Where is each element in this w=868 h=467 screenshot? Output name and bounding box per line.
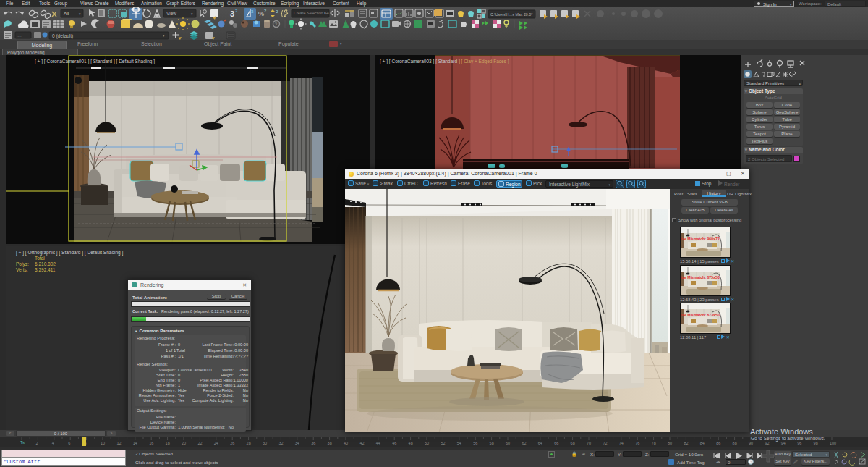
svg-text:24: 24 xyxy=(214,441,218,445)
svg-text:48: 48 xyxy=(409,441,413,445)
svg-text:2: 2 xyxy=(235,9,238,13)
svg-text:90: 90 xyxy=(749,441,753,445)
svg-text:56: 56 xyxy=(473,441,477,445)
svg-text:3: 3 xyxy=(230,9,234,18)
svg-text:C:\Users\H...s Max 20.0: C:\Users\H...s Max 20.0 xyxy=(490,12,531,17)
svg-text:86: 86 xyxy=(716,441,720,445)
svg-text:66: 66 xyxy=(554,441,558,445)
svg-text:ize Mismatch: 675x50: ize Mismatch: 675x50 xyxy=(681,275,720,279)
svg-text:68: 68 xyxy=(571,441,575,445)
svg-text:40: 40 xyxy=(344,441,348,445)
svg-text:44: 44 xyxy=(376,441,380,445)
svg-text:54: 54 xyxy=(457,441,461,445)
svg-text:84: 84 xyxy=(700,441,705,445)
svg-text:62: 62 xyxy=(522,441,526,445)
svg-text:96: 96 xyxy=(797,441,801,445)
svg-text:60: 60 xyxy=(506,441,510,445)
svg-text:10: 10 xyxy=(101,441,105,445)
svg-text:2: 2 xyxy=(276,9,278,14)
svg-text:3,292,411: 3,292,411 xyxy=(35,267,56,272)
svg-text:Ts: Ts xyxy=(20,440,25,445)
svg-text:52: 52 xyxy=(441,441,445,445)
svg-text:?: ? xyxy=(275,22,278,27)
svg-text:6,210,802: 6,210,802 xyxy=(35,261,56,266)
svg-text:20: 20 xyxy=(182,441,186,445)
svg-text:All: All xyxy=(64,11,69,16)
svg-text:ize Mismatch: 960x72: ize Mismatch: 960x72 xyxy=(681,237,720,241)
svg-text:View: View xyxy=(166,11,176,16)
svg-text:2: 2 xyxy=(35,441,38,445)
svg-text:32: 32 xyxy=(278,441,283,445)
svg-text:78: 78 xyxy=(652,441,656,445)
svg-text:74: 74 xyxy=(619,441,624,445)
svg-text:Verts:: Verts: xyxy=(16,267,28,272)
svg-text:82: 82 xyxy=(684,441,688,445)
svg-text:18: 18 xyxy=(166,441,170,445)
svg-text:16: 16 xyxy=(149,441,153,445)
svg-text:0 (default): 0 (default) xyxy=(52,33,73,39)
svg-text:26: 26 xyxy=(230,441,234,445)
svg-text:58: 58 xyxy=(490,441,494,445)
svg-text:Polys:: Polys: xyxy=(16,261,29,267)
svg-text:80: 80 xyxy=(668,441,672,445)
svg-text:92: 92 xyxy=(765,441,769,445)
svg-text:36: 36 xyxy=(311,441,315,445)
svg-text:Total: Total xyxy=(35,256,45,261)
svg-text:94: 94 xyxy=(781,441,786,445)
svg-text:ize Mismatch: 673x50: ize Mismatch: 673x50 xyxy=(681,313,720,317)
svg-text:28: 28 xyxy=(247,441,251,445)
svg-text:%: % xyxy=(258,10,264,17)
svg-text:38: 38 xyxy=(328,441,332,445)
svg-text:14: 14 xyxy=(133,441,137,445)
svg-text:42: 42 xyxy=(359,441,364,445)
svg-text:76: 76 xyxy=(635,441,639,445)
svg-text:12: 12 xyxy=(116,441,121,445)
svg-text:....: .... xyxy=(17,33,22,38)
svg-text:4: 4 xyxy=(52,441,54,445)
svg-text:50: 50 xyxy=(425,441,429,445)
svg-text:6: 6 xyxy=(68,441,70,445)
svg-text:2: 2 xyxy=(264,9,267,13)
svg-text:46: 46 xyxy=(392,441,396,445)
svg-text:22: 22 xyxy=(197,441,202,445)
svg-text:98: 98 xyxy=(814,441,818,445)
svg-text:100: 100 xyxy=(830,441,836,445)
svg-text:70: 70 xyxy=(587,441,591,445)
svg-text:72: 72 xyxy=(603,441,607,445)
svg-text:30: 30 xyxy=(263,441,267,445)
svg-text:34: 34 xyxy=(295,441,299,445)
svg-text:64: 64 xyxy=(538,441,542,445)
svg-text:88: 88 xyxy=(733,441,737,445)
